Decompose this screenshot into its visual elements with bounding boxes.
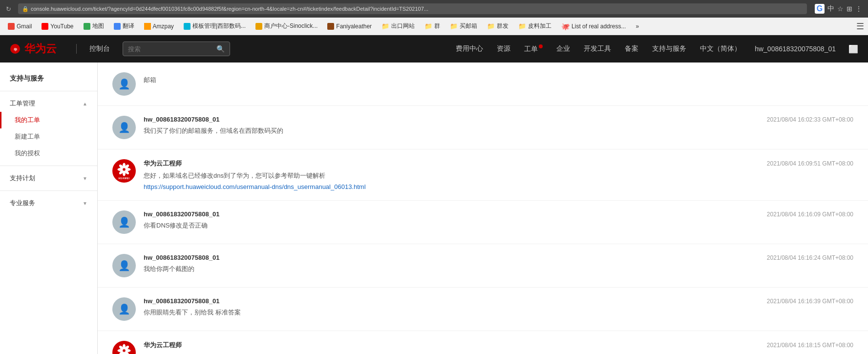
- svg-text:华: 华: [13, 47, 18, 51]
- avatar: 👤: [112, 254, 136, 277]
- arrow-down-icon2: ▼: [83, 201, 87, 206]
- sidebar-ticket-group[interactable]: 工单管理 ▲: [0, 95, 97, 112]
- bookmark-github[interactable]: 🐙 List of real address...: [557, 21, 630, 32]
- message-header: hw_008618320075808_01 2021/08/04 16:16:2…: [144, 254, 853, 261]
- bookmark-moban[interactable]: 模板管理|西部数码...: [180, 21, 250, 32]
- avatar: 👤: [112, 297, 136, 321]
- nav-support[interactable]: 支持与服务: [651, 42, 687, 55]
- bookmark-folder-chukou[interactable]: 📁 出口网站: [378, 21, 419, 32]
- message-text: 邮箱: [144, 75, 853, 85]
- nav-devtools[interactable]: 开发工具: [583, 42, 612, 55]
- message-header: hw_008618320075808_01 2021/08/04 16:16:3…: [144, 297, 853, 305]
- bookmark-label: 群发: [497, 22, 508, 30]
- sidebar-pro-service-group[interactable]: 专业服务 ▼: [0, 195, 97, 211]
- sidebar-item-my-auth[interactable]: 我的授权: [0, 145, 97, 162]
- sidebar-divider: [0, 91, 97, 91]
- bookmark-more[interactable]: »: [632, 21, 643, 31]
- folder-icon: 📁: [487, 22, 495, 30]
- message-body: 华为云工程师 2021/08/04 16:09:51 GMT+08:00 您好，…: [144, 159, 853, 190]
- more-icon: »: [635, 23, 639, 30]
- message-time: 2021/08/04 16:16:09 GMT+08:00: [767, 211, 853, 218]
- nav-ticket[interactable]: 工单: [523, 42, 544, 56]
- message-time: 2021/08/04 16:09:51 GMT+08:00: [767, 160, 853, 167]
- refresh-icon[interactable]: ↻: [6, 5, 11, 13]
- message-sender: 华为云工程师: [144, 341, 182, 350]
- sidebar-support-title: 支持与服务: [0, 70, 97, 87]
- huawei-logo: HUAWEI: [112, 341, 136, 354]
- bookmark-icon[interactable]: ☆: [837, 5, 844, 13]
- message-text: 我们买了你们的邮箱服务，但域名在西部数码买的: [144, 126, 853, 136]
- search-box[interactable]: 🔍: [123, 42, 230, 56]
- message-text: 你看DNS修改是否正确: [144, 221, 853, 231]
- message-header: 华为云工程师 2021/08/04 16:18:15 GMT+08:00: [144, 341, 853, 350]
- lock-icon: 🔒: [22, 6, 29, 12]
- nav-fees[interactable]: 费用中心: [455, 42, 484, 55]
- bookmark-label: 皮料加工: [528, 22, 551, 30]
- url-text: console.huaweicloud.com/ticket/?agencyId…: [31, 6, 428, 12]
- logo-text: 华为云: [24, 42, 57, 56]
- huawei-flower-icon: [117, 163, 131, 176]
- google-account-icon[interactable]: G: [815, 4, 825, 14]
- bookmark-faniya[interactable]: Faniyaleather: [323, 21, 376, 31]
- message-body: hw_008618320075808_01 2021/08/04 16:16:3…: [144, 297, 853, 318]
- nav-record[interactable]: 备案: [624, 42, 639, 55]
- bookmark-folder-qun[interactable]: 📁 群: [421, 21, 444, 32]
- message-row: 👤 hw_008618320075808_01 2021/08/04 16:02…: [98, 106, 868, 149]
- nav-enterprise[interactable]: 企业: [555, 42, 571, 55]
- pro-service-label: 专业服务: [10, 199, 35, 208]
- nav-user[interactable]: hw_008618320075808_01: [754, 43, 837, 55]
- bookmark-shanghu[interactable]: 商户中心-Sinoclick...: [252, 21, 321, 32]
- message-link[interactable]: https://support.huaweicloud.com/usermanu…: [144, 183, 853, 190]
- folder-icon: 📁: [424, 22, 432, 30]
- message-body: hw_008618320075808_01 2021/08/04 16:16:2…: [144, 254, 853, 274]
- address-bar[interactable]: 🔒 console.huaweicloud.com/ticket/?agency…: [18, 3, 807, 14]
- nav-divider: [76, 44, 77, 54]
- huawei-logo-icon: 华: [10, 43, 21, 54]
- sidebar-support-plan-group[interactable]: 支持计划 ▼: [0, 170, 97, 187]
- bookmark-folder-piliao[interactable]: 📁 皮料加工: [514, 21, 555, 32]
- menu-icon[interactable]: ⋮: [855, 5, 862, 13]
- bookmarks-bar: Gmail YouTube 地图 翻译 Amzpay 模板管理|西部数码... …: [0, 18, 868, 35]
- message-row: 👤 邮箱: [98, 62, 868, 106]
- logo[interactable]: 华 华为云: [10, 42, 57, 56]
- bookmark-gmail[interactable]: Gmail: [4, 21, 36, 31]
- message-body: 华为云工程师 2021/08/04 16:18:15 GMT+08:00 您好，…: [144, 341, 853, 354]
- bookmark-amzpay[interactable]: Amzpay: [140, 21, 178, 31]
- github-icon: 🐙: [561, 22, 570, 30]
- extensions-icon[interactable]: ⊞: [847, 5, 852, 13]
- bookmark-label: 商户中心-Sinoclick...: [264, 22, 318, 30]
- bookmarks-toggle[interactable]: ☰: [856, 21, 864, 32]
- bookmark-folder-maiyouxiang[interactable]: 📁 买邮箱: [446, 21, 481, 32]
- fullscreen-icon[interactable]: ⬜: [848, 44, 858, 54]
- support-plan-label: 支持计划: [10, 174, 35, 183]
- body-area: 支持与服务 工单管理 ▲ 我的工单 新建工单 我的授权 支持计划 ▼ 专业服: [0, 62, 868, 354]
- avatar-huawei: HUAWEI: [112, 159, 136, 183]
- bookmark-maps[interactable]: 地图: [80, 21, 108, 32]
- maps-icon: [84, 23, 90, 30]
- bookmark-label: 买邮箱: [460, 22, 477, 30]
- sidebar-item-new-ticket[interactable]: 新建工单: [0, 128, 97, 145]
- message-row: 👤 hw_008618320075808_01 2021/08/04 16:16…: [98, 201, 868, 244]
- nav-language[interactable]: 中文（简体）: [699, 42, 742, 55]
- message-text: 您好，如果域名已经修改dns到了华为，您可以参考帮助一键解析: [144, 171, 853, 181]
- main-content: 👤 邮箱 👤: [98, 62, 868, 354]
- search-input[interactable]: [128, 45, 212, 53]
- avatar: 👤: [112, 210, 136, 234]
- profile-icon[interactable]: 中: [827, 4, 834, 13]
- ticket-label: 工单: [524, 44, 538, 52]
- bookmark-label: 翻译: [123, 22, 134, 30]
- ticket-section-label: 工单管理: [10, 99, 35, 108]
- browser-action-icons: G 中 ☆ ⊞ ⋮: [815, 4, 862, 14]
- bookmark-label: Gmail: [17, 23, 32, 30]
- sidebar-item-my-ticket[interactable]: 我的工单: [0, 112, 97, 128]
- nav-resources[interactable]: 资源: [496, 42, 511, 55]
- bookmark-translate[interactable]: 翻译: [110, 21, 138, 32]
- nav-console[interactable]: 控制台: [88, 42, 111, 55]
- avatar: 👤: [112, 72, 136, 96]
- message-text: 我给你两个截图的: [144, 264, 853, 274]
- sidebar-divider3: [0, 190, 97, 191]
- bookmark-youtube[interactable]: YouTube: [38, 21, 77, 31]
- bookmark-folder-qunfa[interactable]: 📁 群发: [483, 21, 512, 32]
- sidebar-divider2: [0, 166, 97, 166]
- bookmark-label: 出口网站: [391, 22, 415, 30]
